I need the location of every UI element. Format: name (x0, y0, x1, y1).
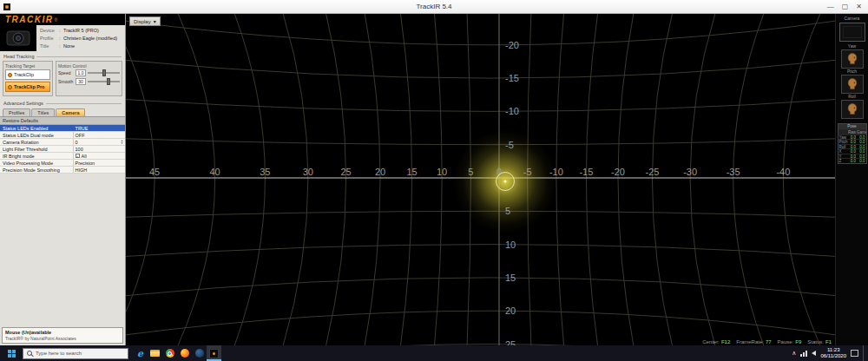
restore-defaults-button[interactable]: Restore Defaults (0, 117, 125, 125)
head-indicator-box (841, 75, 864, 94)
trackclip-icon (8, 85, 12, 89)
taskbar-icon-steam[interactable] (192, 345, 207, 361)
checkbox-checked-icon[interactable]: ✓ (76, 154, 80, 158)
windows-logo-icon (8, 350, 16, 358)
show-desktop-button[interactable] (863, 345, 866, 361)
display-dropdown-label: Display (134, 19, 151, 24)
x-axis-tick-label: -5 (523, 167, 532, 177)
grid-line (126, 21, 835, 45)
grid-line (126, 245, 835, 257)
spinner-down-icon[interactable]: ▼ (121, 142, 123, 145)
tab-titles[interactable]: Titles (31, 108, 55, 116)
camera-settings-table: Status LEDs EnabledTRUEStatus LEDs Dual … (0, 125, 125, 174)
grid-line (126, 100, 835, 112)
status-item-label: Pause: (778, 339, 794, 345)
camera-illustration-icon (3, 28, 33, 49)
tracking-target-label: Tracking Target (5, 63, 50, 69)
x-axis-tick-label: 15 (406, 167, 417, 177)
pose-table-cell: 0.0 (857, 154, 866, 159)
settings-row[interactable]: Camera Rotation0▲▼ (0, 139, 125, 146)
device-info-area: Device:TrackIR 5 (PRO)Profile:Christen E… (0, 25, 125, 51)
settings-row[interactable]: IR Bright mode✓All (0, 153, 125, 160)
taskbar-icon-chrome[interactable] (162, 345, 177, 361)
footer-note-text: TrackIR® by NaturalPoint Associates (5, 336, 120, 341)
slider-thumb[interactable] (107, 78, 110, 85)
pose-table-column-header (838, 130, 848, 135)
notification-center-icon[interactable] (851, 350, 858, 357)
head-tracking-groups: Tracking Target TrackClipTrackClip Pro M… (0, 60, 125, 98)
device-info-label: Title (40, 43, 59, 50)
pose-table-row: Z0.00.0 (838, 158, 866, 163)
setting-value: 100 (73, 146, 125, 152)
device-info-value: Christen Eagle (modified) (63, 35, 117, 43)
spinner-stepper[interactable]: ▲▼ (121, 140, 123, 145)
setting-label: IR Bright mode (0, 154, 73, 159)
pose-table-row: Y0.00.0 (838, 154, 866, 159)
device-info-row: Profile:Christen Eagle (modified) (40, 35, 123, 43)
settings-row[interactable]: Light Filter Threshold100 (0, 146, 125, 153)
setting-label: Status LEDs Dual mode (0, 133, 73, 138)
settings-tabs: ProfilesTitlesCamera (0, 107, 125, 117)
slider-track[interactable] (88, 81, 120, 82)
motion-sliders: Speed1.0Smooth30 (58, 69, 120, 85)
y-axis-tick-label: 15 (505, 272, 516, 283)
slider-thumb[interactable] (102, 69, 106, 76)
close-button[interactable]: ✕ (856, 3, 862, 10)
settings-row[interactable]: Video Processing ModePrecision (0, 160, 125, 167)
display-dropdown[interactable]: Display ▾ (129, 16, 161, 26)
chrome-icon (166, 349, 174, 358)
tab-camera[interactable]: Camera (56, 108, 85, 116)
taskbar-icon-edge[interactable]: e (133, 345, 148, 361)
tray-clock[interactable]: 11:23 06/11/2020 (820, 347, 846, 360)
grid-line (234, 14, 265, 345)
tracking-target-option-label: TrackClip Pro (14, 84, 44, 89)
taskbar-icon-file-explorer[interactable] (148, 345, 162, 361)
minimize-button[interactable]: — (827, 3, 834, 10)
status-item: FrameRate:77 (736, 339, 771, 345)
setting-value: ✓All (73, 153, 125, 159)
settings-row[interactable]: Status LEDs Dual modeOFF (0, 132, 125, 139)
pose-table-column-header: Raw (848, 130, 858, 135)
maximize-button[interactable]: ▢ (842, 3, 849, 10)
network-icon[interactable] (800, 351, 807, 357)
y-axis-tick-label: 10 (505, 240, 516, 250)
pose-table-cell: 0.0 (848, 159, 858, 163)
x-axis-tick-label: -15 (579, 167, 593, 177)
head-indicator-box (841, 49, 864, 69)
taskbar: Type here to search e ∧ 11:23 06/11/2020 (0, 345, 868, 361)
pose-table-cell: Yaw (838, 135, 848, 140)
file-explorer-icon (150, 350, 160, 357)
camera-preview-thumbnail[interactable] (839, 23, 865, 42)
slider-track[interactable] (88, 72, 120, 74)
grid-line (556, 14, 564, 345)
hotkey-status-strip: Center:F12FrameRate:77Pause:F9Status:F1 (702, 339, 832, 345)
tracking-target-option[interactable]: TrackClip Pro (5, 82, 50, 92)
taskbar-icon-firefox[interactable] (177, 345, 192, 361)
status-item-value: F12 (721, 339, 730, 345)
settings-row[interactable]: Status LEDs EnabledTRUE (0, 125, 125, 132)
start-button[interactable] (0, 345, 23, 361)
settings-row[interactable]: Precision Mode SmoothingHIGH (0, 167, 125, 174)
status-item-label: Status: (807, 339, 824, 345)
pose-table-cell: Pitch (838, 140, 848, 144)
taskbar-search-input[interactable]: Type here to search (23, 348, 128, 359)
head-icon (845, 52, 859, 66)
tracking-target-option[interactable]: TrackClip (5, 69, 50, 80)
taskbar-icon-trackir[interactable] (207, 345, 221, 361)
setting-value: HIGH (73, 167, 125, 173)
head-tracking-title: Head Tracking (3, 54, 34, 59)
device-info-value: TrackIR 5 (PRO) (63, 27, 99, 35)
tray-expand-icon[interactable]: ∧ (792, 350, 796, 357)
brand-logo-bar: TRACKIR ® (0, 14, 125, 25)
setting-label: Precision Mode Smoothing (0, 167, 73, 173)
grid-line (586, 14, 597, 345)
tab-profiles[interactable]: Profiles (3, 108, 30, 116)
y-axis-tick-label: -15 (505, 73, 519, 83)
section-divider (36, 56, 122, 57)
x-axis-tick-label: 45 (149, 167, 160, 177)
grid-line (283, 14, 308, 345)
volume-icon[interactable] (812, 351, 816, 356)
axis-indicator-label: Yaw (848, 43, 856, 49)
edge-icon: e (137, 348, 143, 359)
pose-table-cell: 0.0 (857, 145, 866, 149)
